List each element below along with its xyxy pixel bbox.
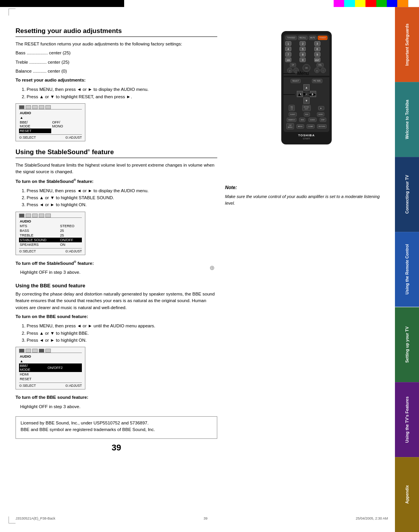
section2-steps-title: To turn on the StableSound® feature:	[16, 178, 217, 185]
color-block-green	[376, 0, 387, 7]
remote-mute: MUTE	[309, 36, 317, 40]
footer: J3S30521A(E)_P38-Back 39 25/04/2005, 2:3…	[16, 516, 388, 520]
side-tabs: Important Safeguards Welcome to Toshiba …	[395, 7, 419, 532]
right-column: TV/VIDEO RECALL MUTE POWER 1 2 3 4 5 6 7	[225, 27, 388, 453]
section1-treble: Treble .............. center (25)	[16, 59, 217, 66]
note-box: Note: Make sure the volume control of yo…	[225, 184, 388, 209]
section2-step3: 3. Press ◄ or ► to highlight ON.	[22, 201, 217, 208]
menu2-footer-left: ⊙:SELECT	[19, 249, 36, 253]
section2-title: Using the StableSound® feature	[16, 148, 217, 158]
remote-btn-8: 8	[300, 52, 306, 57]
section2-step1: 1. Press MENU, then press ◄ or ► to disp…	[22, 187, 217, 194]
remote-bse: BSE	[299, 118, 305, 122]
menu3-footer-left: ⊙:SELECT	[19, 384, 36, 388]
page-number: 39	[16, 443, 217, 453]
section1-menu-table: AUDIO ▲ BBE/MODEOFF/MONO RESET	[19, 111, 82, 133]
remote-surr: SURR	[317, 112, 324, 116]
remote-extra-row3: SEARCH BSE GUIDE DISP	[285, 118, 328, 122]
remote-btn-4: 4	[285, 47, 291, 51]
section1-step1: 1. Press MENU, then press ◄ or ► to disp…	[22, 86, 217, 93]
section3-step1: 1. Press MENU, then press ◄ or ► until t…	[22, 322, 217, 329]
footer-left: J3S30521A(E)_P38-Back	[16, 516, 55, 520]
remote-sleep: SLEEP	[289, 112, 297, 116]
section1-balance: Balance ........... center (0)	[16, 68, 217, 75]
color-block-blue	[387, 0, 397, 7]
remote-tv-video: TV/VIDEO	[286, 36, 297, 40]
remote-extra-row1: FAVCH ENTER/EXIT ▶	[285, 105, 328, 111]
remote-btn-3: 3	[314, 41, 320, 46]
section2-off-title: To turn off the StableSound® feature:	[16, 260, 217, 267]
remote-search: SEARCH	[287, 118, 296, 122]
remote-enter-btn: ENTER/EXIT	[302, 105, 311, 111]
remote-freeze: ▶	[318, 106, 324, 110]
color-block-red	[365, 0, 376, 7]
section1-steps-title: To reset your audio adjustments:	[16, 77, 217, 83]
remote-model: CT-877	[284, 137, 329, 140]
color-block-yellow	[355, 0, 365, 7]
section-stablesound: Using the StableSound® feature The Stabl…	[16, 148, 217, 276]
tab-appendix[interactable]: Appendix	[395, 457, 419, 532]
remote-btn-6: 6	[314, 47, 320, 51]
section2-intro: The StableSound feature limits the highe…	[16, 162, 217, 176]
remote-disp: DISP	[320, 118, 326, 122]
section1-intro: The RESET function returns your audio ad…	[16, 41, 217, 47]
footer-center: 39	[204, 516, 208, 520]
color-block-white	[408, 0, 419, 7]
section2-menu-table: AUDIO MTSSTEREO BASS25 TREBLE25 STABLE S…	[19, 219, 82, 247]
license-box: Licensed by BBE Sound, Inc., under USP55…	[16, 416, 217, 439]
two-column-layout: Resetting your audio adjustments The RES…	[16, 27, 388, 453]
main-content: Resetting your audio adjustments The RES…	[16, 12, 388, 516]
section-resetting-audio: Resetting your audio adjustments The RES…	[16, 27, 217, 141]
tab-welcome-toshiba[interactable]: Welcome to Toshiba	[395, 82, 419, 157]
section1-step2: 2. Press ▲ or ▼ to highlight RESET, and …	[22, 93, 217, 100]
tab-important-safeguards[interactable]: Important Safeguards	[395, 7, 419, 82]
section3-steps-list: 1. Press MENU, then press ◄ or ► until t…	[22, 322, 217, 344]
section3-menu-table: AUDIO ▲ BBE/MODEON/OFF2 HDMI RESET	[19, 354, 82, 381]
color-block-magenta	[334, 0, 344, 7]
menu1-footer-left: ⊙:SELECT	[19, 136, 36, 139]
section3-step3: 3. Press ◄ or ► to highlight ON.	[22, 337, 217, 344]
section1-menu-box: AUDIO ▲ BBE/MODEOFF/MONO RESET ⊙:SELECT …	[16, 103, 85, 141]
remote-brand: TOSHIBA	[284, 134, 329, 137]
annotation-dash-nav	[283, 94, 295, 95]
remote-clear: CLEAR	[306, 124, 315, 129]
annotation-menu: Menu	[283, 71, 361, 76]
section-bbe: Using the BBE sound feature By correctin…	[16, 283, 217, 410]
left-column: Resetting your audio adjustments The RES…	[16, 27, 217, 453]
top-bar-colors	[334, 0, 419, 7]
remote-btn-0: 0	[300, 57, 306, 62]
note-title: Note:	[225, 184, 388, 191]
section3-title: Using the BBE sound feature	[16, 283, 217, 289]
remote-recall: RECALL	[298, 36, 308, 40]
annotation-dash-menu	[283, 73, 295, 74]
remote-ble: BLE	[304, 112, 310, 116]
section2-steps-list: 1. Press MENU, then press ◄ or ► to disp…	[22, 187, 217, 209]
menu1-footer-right: ⊙:ADJUST	[65, 136, 82, 139]
remote-numpad: 1 2 3 4 5 6 7 8 9 100 0 ENT	[285, 41, 328, 62]
remote-menu-btn: MENU	[296, 124, 304, 129]
section2-off-text: Highlight OFF in step 3 above.	[20, 269, 217, 276]
remote-power: POWER	[318, 36, 327, 40]
remote-btn-9: 9	[314, 52, 320, 57]
tab-using-features[interactable]: Using the TV's Features	[395, 382, 419, 457]
remote-ch-label: CH	[290, 63, 296, 67]
top-bar-black	[0, 0, 124, 7]
tab-remote-control[interactable]: Using the Remote Control	[395, 232, 419, 307]
footer-right: 25/04/2005, 2:30 AM	[356, 516, 388, 520]
reg-mark-tl	[9, 9, 16, 16]
annotation-nav-label: ▲▼ ◄►	[297, 92, 317, 97]
license-text: Licensed by BBE Sound, Inc., under USP55…	[21, 420, 212, 433]
tab-setting-up-tv[interactable]: Setting up your TV	[395, 307, 419, 382]
tab-connecting-tv[interactable]: Connecting your TV	[395, 157, 419, 232]
crosshair-center: ⊕	[210, 264, 215, 271]
section1-steps-list: 1. Press MENU, then press ◄ or ► to disp…	[22, 86, 217, 100]
remote-btn-2: 2	[300, 41, 306, 46]
section2-step2: 2. Press ▲ or ▼ to highlight STABLE SOUN…	[22, 194, 217, 201]
remote-fav-ch: FAVCH	[289, 105, 295, 111]
remote-btn-100: 100	[285, 57, 291, 62]
annotation-menu-label: Menu	[297, 71, 309, 76]
remote-guide: GUIDE	[308, 118, 317, 122]
remote-vol-label: VOL	[317, 63, 323, 67]
color-block-orange	[397, 0, 408, 7]
remote-extra-row2: SLEEP BLE SURR	[285, 112, 328, 116]
